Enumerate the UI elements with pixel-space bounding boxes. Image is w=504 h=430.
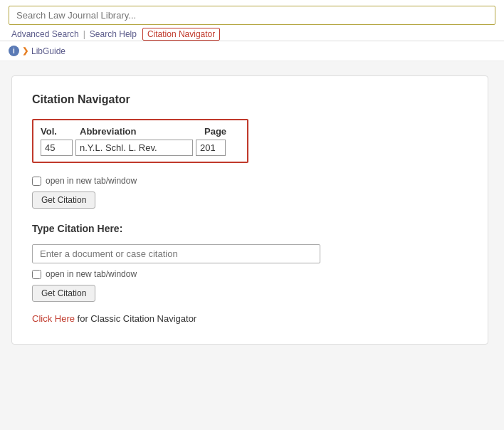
get-citation-button-1[interactable]: Get Citation xyxy=(32,192,95,209)
type-citation-input[interactable] xyxy=(32,244,320,263)
main-content: Citation Navigator Vol. Abbreviation Pag… xyxy=(0,61,504,417)
search-help-link[interactable]: Search Help xyxy=(87,28,140,41)
search-input[interactable] xyxy=(9,6,495,25)
classic-citation-navigator-link[interactable]: Click Here xyxy=(32,313,75,324)
card-title: Citation Navigator xyxy=(32,93,468,106)
open-new-tab-checkbox-2[interactable] xyxy=(32,270,41,279)
breadcrumb-libguide[interactable]: LibGuide xyxy=(31,46,65,56)
classic-link-row: Click Here for Classic Citation Navigato… xyxy=(32,313,468,324)
abbrev-label: Abbreviation xyxy=(80,126,204,137)
nav-separator-1: | xyxy=(82,29,87,39)
open-new-tab-row-2: open in new tab/window xyxy=(32,269,468,279)
citation-navigator-card: Citation Navigator Vol. Abbreviation Pag… xyxy=(11,75,488,345)
breadcrumb-bar: i ❯ LibGuide xyxy=(0,41,504,61)
vol-label: Vol. xyxy=(41,126,80,137)
page-input[interactable] xyxy=(196,140,226,156)
fields-labels: Vol. Abbreviation Page xyxy=(41,126,240,137)
breadcrumb-arrow-icon: ❯ xyxy=(22,46,28,56)
type-citation-section: Type Citation Here: xyxy=(32,223,468,234)
nav-links: Advanced Search | Search Help Citation N… xyxy=(9,25,495,41)
vol-abbrev-page-section: Vol. Abbreviation Page xyxy=(32,119,248,163)
top-bar: Advanced Search | Search Help Citation N… xyxy=(0,0,504,41)
page-label: Page xyxy=(204,126,240,137)
citation-navigator-link[interactable]: Citation Navigator xyxy=(142,28,220,41)
vol-input[interactable] xyxy=(41,140,73,156)
open-new-tab-row-1: open in new tab/window xyxy=(32,176,468,186)
fields-inputs xyxy=(41,140,240,156)
open-new-tab-checkbox-1[interactable] xyxy=(32,177,41,186)
get-citation-button-2[interactable]: Get Citation xyxy=(32,285,95,302)
type-citation-label: Type Citation Here: xyxy=(32,223,468,234)
open-new-tab-label-1: open in new tab/window xyxy=(46,176,137,186)
advanced-search-link[interactable]: Advanced Search xyxy=(9,28,82,41)
classic-citation-navigator-text: for Classic Citation Navigator xyxy=(75,313,196,324)
abbrev-input[interactable] xyxy=(75,140,193,156)
info-icon: i xyxy=(9,46,19,56)
search-row xyxy=(9,6,495,25)
open-new-tab-label-2: open in new tab/window xyxy=(46,269,137,279)
